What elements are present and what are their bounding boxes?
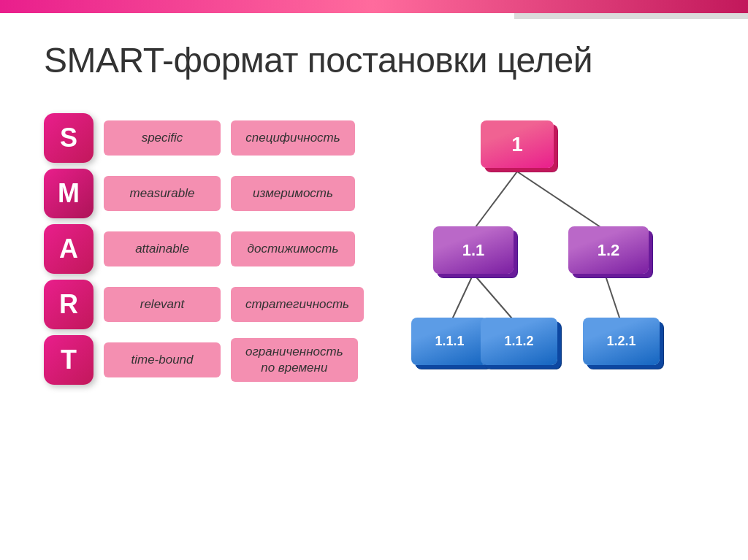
en-label-t: time-bound — [104, 342, 221, 377]
smart-row-a: Aattainableдостижимость — [44, 224, 364, 274]
smart-row-m: Mmeasurableизмеримость — [44, 169, 364, 218]
node-1-2-1: 1.2.1 — [583, 318, 660, 365]
en-label-m: measurable — [104, 176, 221, 211]
top-bar — [0, 0, 748, 13]
node-1-1-2: 1.1.2 — [481, 318, 557, 365]
svg-line-1 — [517, 172, 605, 230]
node-1: 1 — [481, 120, 554, 168]
smart-table: SspecificспецифичностьMmeasurableизмерим… — [44, 113, 364, 385]
smart-row-t: Ttime-boundограниченностьпо времени — [44, 335, 364, 385]
ru-label-r: стратегичность — [231, 287, 364, 322]
letter-badge-m: M — [44, 169, 94, 218]
letter-badge-t: T — [44, 335, 94, 385]
node-1-1: 1.1 — [433, 226, 514, 274]
letter-badge-a: A — [44, 224, 94, 274]
smart-row-r: Rrelevantстратегичность — [44, 280, 364, 329]
ru-label-t: ограниченностьпо времени — [231, 338, 358, 382]
ru-label-m: измеримость — [231, 176, 355, 211]
top-bar-accent — [514, 13, 748, 19]
node-1-1-1: 1.1.1 — [411, 318, 488, 365]
ru-label-s: специфичность — [231, 120, 355, 156]
letter-badge-s: S — [44, 113, 94, 163]
en-label-r: relevant — [104, 287, 221, 322]
node-1-2: 1.2 — [568, 226, 649, 274]
en-label-a: attainable — [104, 231, 221, 266]
svg-line-0 — [473, 172, 517, 230]
smart-row-s: Sspecificспецифичность — [44, 113, 364, 163]
letter-badge-r: R — [44, 280, 94, 329]
en-label-s: specific — [104, 120, 221, 156]
hierarchy-diagram: 1 1.1 1.2 1.1.1 1.1.2 1.2.1 — [408, 113, 685, 391]
page-title: SMART-формат постановки целей — [44, 40, 704, 80]
ru-label-a: достижимость — [231, 231, 355, 266]
